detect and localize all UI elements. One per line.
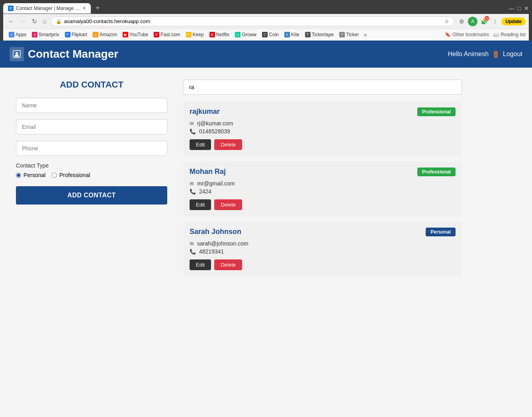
logout-button[interactable]: Logout xyxy=(503,51,522,58)
bookmark-flipkart-label: Flipkart xyxy=(72,32,87,37)
email-group xyxy=(16,119,167,134)
bookmark-coin[interactable]: C Coin xyxy=(260,31,281,38)
contact-0-actions: Edit Delete xyxy=(190,139,456,150)
more-icon[interactable]: ⋮ xyxy=(490,17,500,26)
professional-radio[interactable] xyxy=(52,173,57,178)
bookmark-tickertape[interactable]: T Tickertape xyxy=(303,31,336,38)
bookmark-groww[interactable]: G Groww xyxy=(233,31,259,38)
bookmark-youtube[interactable]: ▶ YouTube xyxy=(120,31,151,38)
forward-button[interactable]: → xyxy=(18,17,28,26)
contact-1-delete-button[interactable]: Delete xyxy=(214,199,242,210)
active-tab[interactable]: C Contact Manager | Manage your... ✕ xyxy=(3,3,91,14)
contact-1-phone-text: 2424 xyxy=(199,188,211,195)
professional-label: Professional xyxy=(59,172,90,178)
bookmark-kite[interactable]: K Kite xyxy=(282,31,302,38)
contact-2-email: ✉ sarah@johnson.com xyxy=(190,240,456,247)
new-tab-button[interactable]: + xyxy=(92,2,103,14)
contact-2-edit-button[interactable]: Edit xyxy=(190,259,211,270)
contact-2-delete-button[interactable]: Delete xyxy=(214,259,242,270)
contact-card-0-header: rajkumar Professional xyxy=(190,107,456,116)
contact-1-phone: 📞 2424 xyxy=(190,188,456,195)
contact-0-type-badge: Professional xyxy=(417,107,456,116)
bookmarks-bar: A Apps S Smartprix F Flipkart a Amazon ▶… xyxy=(3,29,529,41)
contact-card-1-header: Mohan Raj Professional xyxy=(190,168,456,176)
contact-0-edit-button[interactable]: Edit xyxy=(190,139,211,150)
contact-1-type-badge: Professional xyxy=(417,168,456,176)
phone-input[interactable] xyxy=(16,141,167,156)
bookmark-fastcom[interactable]: F Fast.com xyxy=(151,31,182,38)
email-1-icon: ✉ xyxy=(190,181,194,187)
back-button[interactable]: ← xyxy=(6,17,16,26)
phone-1-icon: 📞 xyxy=(190,189,196,195)
star-icon[interactable]: ☆ xyxy=(444,18,449,24)
minimize-button[interactable]: — xyxy=(509,5,514,12)
home-button[interactable]: ⌂ xyxy=(41,17,48,26)
bookmark-apps[interactable]: A Apps xyxy=(6,31,29,38)
bookmark-amazon[interactable]: a Amazon xyxy=(90,31,119,38)
email-0-icon: ✉ xyxy=(190,121,194,127)
contact-type-label: Contact Type xyxy=(16,162,167,169)
contact-1-edit-button[interactable]: Edit xyxy=(190,199,211,210)
professional-radio-option[interactable]: Professional xyxy=(52,172,90,178)
extensions2-icon[interactable]: 🧩 16 xyxy=(479,17,489,26)
contact-0-email-text: rj@kumar.com xyxy=(197,120,233,127)
kite-favicon: K xyxy=(284,32,290,37)
profile-icon[interactable]: A xyxy=(468,17,477,26)
app-header: Contact Manager Hello Animesh 🚪 Logout xyxy=(0,41,532,68)
email-input[interactable] xyxy=(16,119,167,134)
smartprix-favicon: S xyxy=(32,32,37,37)
add-contact-button[interactable]: ADD CONTACT xyxy=(16,186,167,205)
phone-0-icon: 📞 xyxy=(190,129,196,134)
other-bookmarks-label: Other bookmarks xyxy=(452,32,489,37)
right-panel: rajkumar Professional ✉ rj@kumar.com 📞 0… xyxy=(183,80,462,281)
extensions-icon[interactable]: ⚙ xyxy=(457,17,466,26)
close-button[interactable]: ✕ xyxy=(524,5,529,12)
bookmark-flipkart[interactable]: F Flipkart xyxy=(63,31,90,38)
other-bookmarks-icon: 🔖 xyxy=(445,32,451,37)
bookmark-apps-label: Apps xyxy=(16,32,26,37)
tab-bar: C Contact Manager | Manage your... ✕ + —… xyxy=(3,2,529,14)
bookmark-netflix[interactable]: N Netflix xyxy=(207,31,232,38)
bookmark-ticker-label: Ticker xyxy=(346,32,359,37)
reading-list-btn[interactable]: 📖 Reading list xyxy=(493,32,526,37)
name-group xyxy=(16,98,167,113)
coin-favicon: C xyxy=(262,32,268,37)
bookmark-fastcom-label: Fast.com xyxy=(160,32,180,37)
reload-button[interactable]: ↻ xyxy=(30,17,39,26)
browser-chrome: C Contact Manager | Manage your... ✕ + —… xyxy=(0,0,532,41)
contact-2-actions: Edit Delete xyxy=(190,259,456,270)
more-bookmarks-icon[interactable]: » xyxy=(362,31,368,39)
contact-0-phone: 📞 0148528039 xyxy=(190,128,456,134)
search-input[interactable] xyxy=(183,80,462,95)
other-bookmarks[interactable]: 🔖 Other bookmarks xyxy=(445,32,489,37)
contact-card-2: Sarah Johnson Personal ✉ sarah@johnson.c… xyxy=(183,221,462,277)
personal-radio-option[interactable]: Personal xyxy=(16,172,45,178)
contact-0-email: ✉ rj@kumar.com xyxy=(190,120,456,127)
logout-icon: 🚪 xyxy=(492,51,500,58)
contact-0-delete-button[interactable]: Delete xyxy=(214,139,242,150)
tab-favicon: C xyxy=(8,6,14,11)
contact-type-group: Personal Professional xyxy=(16,172,167,178)
url-input[interactable]: asamaiya00-contacts.herokuapp.com xyxy=(64,18,442,24)
lock-icon: 🔒 xyxy=(56,19,62,24)
contact-2-email-text: sarah@johnson.com xyxy=(197,240,248,247)
bookmark-keep[interactable]: K Keep xyxy=(184,31,206,38)
fastcom-favicon: F xyxy=(154,32,159,37)
bookmark-netflix-label: Netflix xyxy=(216,32,229,37)
youtube-favicon: ▶ xyxy=(123,32,128,37)
logo-icon xyxy=(10,47,24,61)
bookmark-ticker[interactable]: T Ticker xyxy=(337,31,361,38)
bookmark-smartprix[interactable]: S Smartprix xyxy=(29,31,61,38)
bookmark-youtube-label: YouTube xyxy=(129,32,148,37)
address-bar[interactable]: 🔒 asamaiya00-contacts.herokuapp.com ☆ xyxy=(51,16,455,26)
tab-close-icon[interactable]: ✕ xyxy=(82,6,86,11)
personal-radio[interactable] xyxy=(16,173,21,178)
ticker-favicon: T xyxy=(339,32,345,37)
maximize-button[interactable]: □ xyxy=(518,5,521,12)
name-input[interactable] xyxy=(16,98,167,113)
contact-1-actions: Edit Delete xyxy=(190,199,456,210)
amazon-favicon: a xyxy=(93,32,98,37)
contact-0-phone-text: 0148528039 xyxy=(199,128,230,134)
contact-2-type-badge: Personal xyxy=(426,228,456,236)
update-button[interactable]: Update xyxy=(501,18,526,25)
